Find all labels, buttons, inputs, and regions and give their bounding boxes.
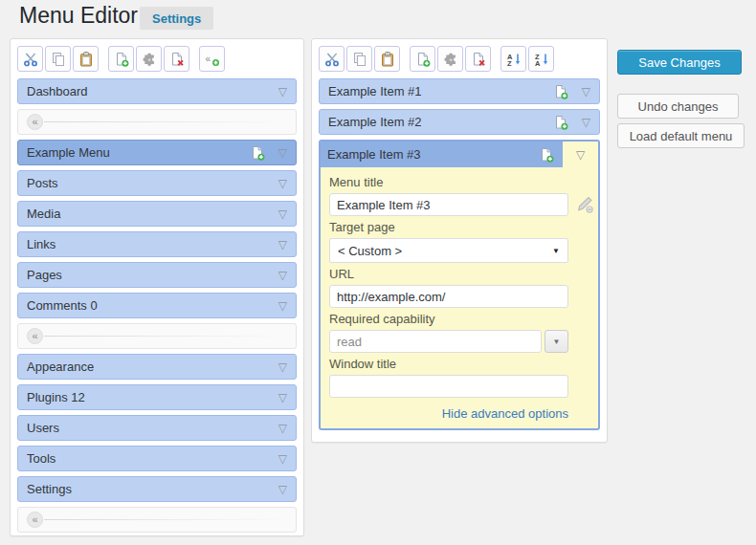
separator-icon: « xyxy=(27,512,43,528)
window-title-input[interactable] xyxy=(329,375,568,398)
menu-item-label: Example Menu xyxy=(27,145,240,160)
target-page-select[interactable]: < Custom > ▼ xyxy=(329,238,568,263)
menu-item-label: Settings xyxy=(27,482,278,496)
chevron-down-icon[interactable]: ▽ xyxy=(278,86,287,98)
chevron-down-icon[interactable]: ▽ xyxy=(278,392,287,403)
submenu-item-example-1[interactable]: Example Item #1 ▽ xyxy=(319,78,600,104)
chevron-down-icon[interactable]: ▽ xyxy=(278,423,287,434)
svg-text:A: A xyxy=(535,59,541,67)
paste-button[interactable] xyxy=(374,46,400,72)
menu-item-label: Plugins 12 xyxy=(27,390,278,404)
dropdown-arrow-icon: ▼ xyxy=(553,338,561,346)
settings-button[interactable]: Settings xyxy=(140,7,213,30)
cut-icon xyxy=(23,52,38,67)
submenu-item-example-3-expanded: Example Item #3 ▽ Menu title Target page… xyxy=(319,140,600,430)
chevron-down-icon[interactable]: ▽ xyxy=(278,147,287,159)
target-page-value: < Custom > xyxy=(338,244,402,258)
plugin-icon xyxy=(443,52,458,67)
chevron-down-icon[interactable]: ▽ xyxy=(278,178,287,189)
load-default-menu-button[interactable]: Load default menu xyxy=(617,123,745,148)
paste-icon xyxy=(78,52,94,67)
edit-pencil-icon xyxy=(575,195,593,213)
separator-line xyxy=(44,336,287,337)
submenu-item-example-3[interactable]: Example Item #3 xyxy=(321,142,563,167)
plugin-button[interactable] xyxy=(136,46,162,72)
menu-item-tools[interactable]: Tools ▽ xyxy=(17,446,297,471)
collapse-item-toggle[interactable]: ▽ xyxy=(563,142,598,167)
copy-icon xyxy=(352,52,367,67)
menu-item-settings[interactable]: Settings ▽ xyxy=(17,476,297,502)
new-item-icon xyxy=(539,147,554,163)
menu-item-media[interactable]: Media ▽ xyxy=(17,201,297,227)
menu-title-label: Menu title xyxy=(329,175,568,189)
menu-item-label: Tools xyxy=(27,451,278,466)
menu-item-dashboard[interactable]: Dashboard ▽ xyxy=(17,78,297,104)
menu-item-label: Links xyxy=(27,237,278,251)
admin-menu-panel: « Dashboard ▽ « Example Menu ▽ Posts ▽ M… xyxy=(10,38,304,536)
menu-title-input[interactable] xyxy=(329,193,568,216)
separator-line xyxy=(44,121,287,122)
new-item-icon xyxy=(553,84,568,99)
chevron-down-icon[interactable]: ▽ xyxy=(278,453,287,465)
separator-icon: « xyxy=(27,328,43,344)
delete-item-button[interactable] xyxy=(465,46,491,72)
required-capability-label: Required capability xyxy=(329,312,568,326)
delete-item-button[interactable] xyxy=(164,46,189,72)
hide-advanced-options-link[interactable]: Hide advanced options xyxy=(329,406,568,421)
copy-button[interactable] xyxy=(346,46,372,72)
window-title-label: Window title xyxy=(329,357,568,371)
submenu-item-label: Example Item #2 xyxy=(328,115,544,129)
sort-ascending-icon: A Z xyxy=(506,52,522,67)
menu-item-posts[interactable]: Posts ▽ xyxy=(17,170,297,196)
chevron-down-icon[interactable]: ▽ xyxy=(582,117,590,128)
cut-button[interactable] xyxy=(319,46,345,72)
submenu-item-label: Example Item #1 xyxy=(328,84,544,98)
target-page-label: Target page xyxy=(329,220,568,234)
menu-item-label: Comments 0 xyxy=(27,298,278,313)
menu-separator-item[interactable]: « xyxy=(17,109,297,135)
menu-separator-item[interactable]: « xyxy=(17,323,297,349)
copy-button[interactable] xyxy=(45,46,71,72)
sort-ascending-button[interactable]: A Z xyxy=(500,46,526,72)
new-separator-button[interactable]: « xyxy=(199,46,225,72)
chevron-down-icon[interactable]: ▽ xyxy=(278,270,287,281)
url-input[interactable] xyxy=(329,285,568,308)
menu-item-label: Media xyxy=(27,207,278,221)
new-separator-icon: « xyxy=(205,52,220,67)
chevron-down-icon[interactable]: ▽ xyxy=(278,484,287,495)
chevron-down-icon[interactable]: ▽ xyxy=(278,208,287,220)
sort-descending-button[interactable]: Z A xyxy=(528,46,554,72)
chevron-down-icon[interactable]: ▽ xyxy=(278,300,287,312)
chevron-down-icon[interactable]: ▽ xyxy=(278,361,287,373)
new-item-button[interactable] xyxy=(410,46,435,72)
required-capability-input[interactable] xyxy=(329,330,542,353)
svg-text:Z: Z xyxy=(507,59,512,67)
chevron-down-icon[interactable]: ▽ xyxy=(582,86,590,98)
menu-item-links[interactable]: Links ▽ xyxy=(17,231,297,257)
submenu-item-example-2[interactable]: Example Item #2 ▽ xyxy=(319,109,600,135)
menu-separator-item[interactable]: « xyxy=(17,507,297,533)
menu-item-pages[interactable]: Pages ▽ xyxy=(17,262,297,288)
paste-button[interactable] xyxy=(73,46,99,72)
menu-item-comments[interactable]: Comments 0 ▽ xyxy=(17,293,297,318)
menu-item-users[interactable]: Users ▽ xyxy=(17,415,297,441)
capability-dropdown-button[interactable]: ▼ xyxy=(545,330,568,353)
cut-icon xyxy=(324,52,340,67)
cut-button[interactable] xyxy=(17,46,43,72)
menu-item-example-menu[interactable]: Example Menu ▽ xyxy=(17,140,297,165)
paste-icon xyxy=(380,52,395,67)
submenu-item-label: Example Item #3 xyxy=(327,147,529,162)
delete-item-icon xyxy=(471,52,486,67)
save-changes-button[interactable]: Save Changes xyxy=(617,50,742,75)
undo-changes-button[interactable]: Undo changes xyxy=(617,94,739,119)
delete-item-icon xyxy=(169,52,185,67)
chevron-down-icon[interactable]: ▽ xyxy=(278,239,287,251)
menu-item-plugins[interactable]: Plugins 12 ▽ xyxy=(17,384,297,410)
plugin-button[interactable] xyxy=(437,46,463,72)
menu-item-label: Dashboard xyxy=(27,84,278,98)
new-item-button[interactable] xyxy=(108,46,134,72)
new-item-icon xyxy=(114,52,129,67)
url-label: URL xyxy=(329,267,568,281)
copy-icon xyxy=(51,52,66,67)
menu-item-appearance[interactable]: Appearance ▽ xyxy=(17,354,297,380)
